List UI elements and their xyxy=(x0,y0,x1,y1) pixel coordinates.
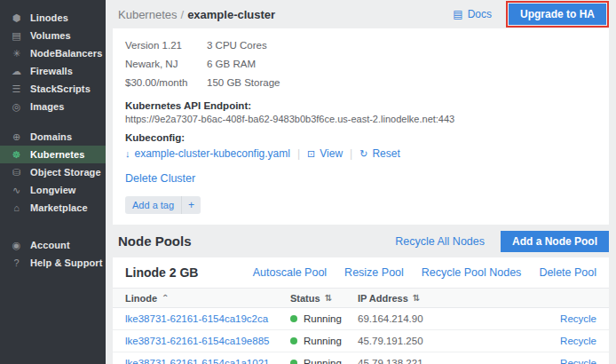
sidebar-item-label: Object Storage xyxy=(30,167,101,178)
sidebar-group-divider xyxy=(0,115,106,128)
page-header: Kubernetes / example-cluster ▤ Docs Upgr… xyxy=(106,0,616,28)
cluster-summary-card: Version 1.21 3 CPU Cores Newark, NJ 6 GB… xyxy=(113,28,609,225)
delete-cluster-link[interactable]: Delete Cluster xyxy=(125,172,596,185)
sidebar-item-linodes[interactable]: ⬢ Linodes xyxy=(0,9,106,27)
add-node-pool-button[interactable]: Add a Node Pool xyxy=(501,231,609,252)
table-header: Linode ⌃ Status ⇅ IP Address ⇅ xyxy=(113,288,609,308)
recycle-node-link[interactable]: Recycle xyxy=(560,336,596,346)
api-endpoint-url: https://9e2a7307-b6ac-408f-ba62-9483b0b3… xyxy=(125,114,596,124)
kubeconfig-reset-link[interactable]: ↻ Reset xyxy=(359,147,400,160)
sidebar-item-help-support[interactable]: ? Help & Support xyxy=(0,254,106,272)
longview-icon: ∿ xyxy=(10,186,23,195)
spec-row: $30.00/month 150 GB Storage xyxy=(125,74,596,92)
sidebar-item-marketplace[interactable]: ⌂ Marketplace xyxy=(0,199,106,217)
cluster-price: $30.00/month xyxy=(125,74,207,92)
docs-link[interactable]: ▤ Docs xyxy=(453,8,492,20)
spec-row: Version 1.21 3 CPU Cores xyxy=(125,36,596,55)
sidebar-group-divider xyxy=(0,217,106,236)
column-header-linode[interactable]: Linode ⌃ xyxy=(113,293,278,304)
sort-asc-icon: ⌃ xyxy=(162,293,169,303)
column-label: Status xyxy=(290,293,320,304)
object-storage-icon: ⛁ xyxy=(10,168,23,178)
node-status: Running xyxy=(278,358,345,364)
column-header-status[interactable]: Status ⇅ xyxy=(278,293,345,304)
autoscale-pool-link[interactable]: Autoscale Pool xyxy=(253,266,327,279)
column-label: Linode xyxy=(125,293,157,304)
cluster-cpu: 3 CPU Cores xyxy=(207,36,267,55)
sidebar-item-kubernetes[interactable]: ☸ Kubernetes xyxy=(0,146,106,163)
annotation-highlight-box: Upgrade to HA xyxy=(506,1,609,28)
sidebar-item-domains[interactable]: ⊕ Domains xyxy=(0,128,106,146)
help-icon: ? xyxy=(10,258,23,268)
sidebar-item-label: Domains xyxy=(30,131,72,142)
sidebar-item-object-storage[interactable]: ⛁ Object Storage xyxy=(0,163,106,181)
node-link[interactable]: lke38731-62161-6154ca19c2ca xyxy=(113,313,278,324)
kubeconfig-download-link[interactable]: ↓ example-cluster-kubeconfig.yaml xyxy=(125,147,290,160)
cluster-region: Newark, NJ xyxy=(125,55,207,74)
kubeconfig-actions: ↓ example-cluster-kubeconfig.yaml | ⊡ Vi… xyxy=(125,147,596,160)
sidebar-item-label: Linodes xyxy=(30,12,68,23)
column-label: IP Address xyxy=(358,293,408,304)
sidebar: ⬢ Linodes ▤ Volumes ✳ NodeBalancers ☁ Fi… xyxy=(0,0,106,364)
status-label: Running xyxy=(304,313,342,324)
app-window: ⬢ Linodes ▤ Volumes ✳ NodeBalancers ☁ Fi… xyxy=(0,0,616,364)
status-dot-icon xyxy=(290,337,297,344)
recycle-all-nodes-link[interactable]: Recycle All Nodes xyxy=(395,235,485,248)
table-row: lke38731-62161-6154ca19e885 Running 45.7… xyxy=(113,330,609,352)
kubeconfig-view-link[interactable]: ⊡ View xyxy=(307,147,343,160)
sidebar-item-longview[interactable]: ∿ Longview xyxy=(0,181,106,199)
status-dot-icon xyxy=(290,360,297,364)
divider: | xyxy=(297,147,300,160)
pool-name: Linode 2 GB xyxy=(125,265,198,280)
sidebar-item-stackscripts[interactable]: ☰ StackScripts xyxy=(0,80,106,98)
plus-icon: + xyxy=(181,196,201,214)
column-header-ip-address[interactable]: IP Address ⇅ xyxy=(345,293,478,304)
sidebar-item-nodebalancers[interactable]: ✳ NodeBalancers xyxy=(0,44,106,62)
status-label: Running xyxy=(304,358,342,364)
docs-label: Docs xyxy=(468,8,492,20)
marketplace-icon: ⌂ xyxy=(10,203,23,213)
stackscripts-icon: ☰ xyxy=(10,84,23,94)
table-row: lke38731-62161-6154ca1a1021 Running 45.7… xyxy=(113,352,609,364)
sidebar-item-label: Images xyxy=(30,101,65,112)
recycle-node-link[interactable]: Recycle xyxy=(560,358,596,364)
sidebar-item-account[interactable]: ◉ Account xyxy=(0,236,106,254)
breadcrumb-current-cluster: example-cluster xyxy=(187,8,275,21)
node-pools-header: Node Pools Recycle All Nodes Add a Node … xyxy=(106,225,616,257)
breadcrumb-kubernetes[interactable]: Kubernetes xyxy=(118,8,178,21)
sidebar-item-label: Firewalls xyxy=(30,66,73,76)
kubeconfig-filename: example-cluster-kubeconfig.yaml xyxy=(135,147,290,160)
sidebar-item-volumes[interactable]: ▤ Volumes xyxy=(0,27,106,44)
resize-pool-link[interactable]: Resize Pool xyxy=(344,266,404,279)
reset-label: Reset xyxy=(372,147,399,160)
reset-icon: ↻ xyxy=(359,148,367,160)
kubernetes-icon: ☸ xyxy=(10,150,23,160)
sidebar-item-label: Volumes xyxy=(30,30,71,41)
upgrade-to-ha-button[interactable]: Upgrade to HA xyxy=(509,4,606,25)
sidebar-item-firewalls[interactable]: ☁ Firewalls xyxy=(0,62,106,80)
node-pools-title: Node Pools xyxy=(118,233,192,249)
linodes-icon: ⬢ xyxy=(10,13,23,23)
add-tag-button[interactable]: Add a tag + xyxy=(125,196,201,214)
node-link[interactable]: lke38731-62161-6154ca1a1021 xyxy=(113,358,278,364)
api-endpoint-label: Kubernetes API Endpoint: xyxy=(125,100,596,111)
docs-icon: ▤ xyxy=(453,8,462,20)
node-ip: 45.79.138.221 xyxy=(345,358,478,364)
delete-pool-link[interactable]: Delete Pool xyxy=(539,266,596,279)
images-icon: ◎ xyxy=(10,102,23,112)
sort-both-icon: ⇅ xyxy=(325,293,332,303)
node-link[interactable]: lke38731-62161-6154ca19e885 xyxy=(113,336,278,346)
node-ip: 69.164.214.90 xyxy=(345,313,478,324)
account-icon: ◉ xyxy=(10,241,23,250)
firewalls-icon: ☁ xyxy=(10,67,23,76)
sort-both-icon: ⇅ xyxy=(413,293,420,303)
sidebar-item-label: Help & Support xyxy=(30,257,102,268)
sidebar-item-label: Kubernetes xyxy=(30,149,85,160)
add-tag-label: Add a tag xyxy=(125,200,181,210)
view-label: View xyxy=(320,147,343,160)
recycle-pool-nodes-link[interactable]: Recycle Pool Nodes xyxy=(422,266,522,279)
main-content: Kubernetes / example-cluster ▤ Docs Upgr… xyxy=(106,0,616,364)
sidebar-item-images[interactable]: ◎ Images xyxy=(0,98,106,115)
kubeconfig-label: Kubeconfig: xyxy=(125,132,596,143)
recycle-node-link[interactable]: Recycle xyxy=(560,313,596,324)
